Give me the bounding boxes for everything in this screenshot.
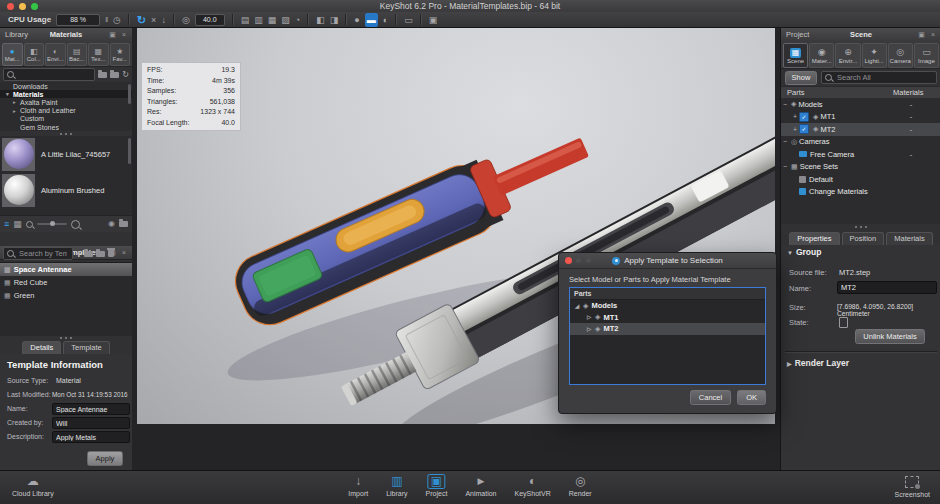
cancel-button[interactable]: Cancel [690,390,731,405]
templates-search-input[interactable] [17,248,69,259]
tab-camera[interactable]: ◎ Camera [888,43,913,68]
template-created-by-input[interactable] [52,417,130,429]
dialog-item-mt2[interactable]: ▷ ◈ MT2 [570,323,765,335]
shade-icon[interactable]: ▧ [281,13,290,27]
ground-plane-icon[interactable]: ▬ [365,13,378,27]
list-view-icon[interactable]: ≡ [4,219,9,229]
tab-colors[interactable]: ◧ Col... [24,43,45,66]
dock-animation[interactable]: ▶ Animation [465,474,496,497]
parts-column-header[interactable]: Parts [787,87,805,98]
tab-materials[interactable]: ● Mat... [2,43,23,66]
add-material-icon[interactable]: ◉ [108,219,115,229]
collapsed-arrow-icon[interactable]: ▷ [586,314,592,320]
material-ball-icon[interactable]: ● [354,13,359,27]
materials-column-header[interactable]: Materials [893,87,923,98]
group-heading[interactable]: ▼Group [787,247,821,257]
tab-environments[interactable]: ◐ Envi... [45,43,66,66]
zoom-in-icon[interactable] [71,220,80,229]
sync-library-icon[interactable]: ↻ [122,68,129,82]
unlink-materials-button[interactable]: Unlink Materials [855,329,925,344]
show-dropdown[interactable]: Show [785,71,817,85]
pause-icon[interactable]: ‖ [105,13,108,27]
collapse-icon[interactable]: − [781,163,789,170]
tab-position[interactable]: Position [842,232,885,245]
group-name-input[interactable] [837,281,937,294]
scene-item-default[interactable]: Default [781,173,940,186]
zoom-out-icon[interactable] [26,221,33,228]
focal-length-field[interactable]: 40.0 [195,14,225,26]
delete-template-icon[interactable] [108,250,114,257]
scene-search-field[interactable] [821,71,937,84]
import-folder-icon[interactable] [98,72,107,78]
scene-search-input[interactable] [835,72,933,83]
timer-icon[interactable]: ◷ [113,13,121,27]
collapse-icon[interactable]: − [781,138,789,145]
expanded-arrow-icon[interactable]: ◢ [574,303,580,309]
material-list-item[interactable]: A Little Lilac_745657 [0,136,132,172]
fullscreen-icon[interactable]: × [151,13,156,27]
scene-item-mt2[interactable]: + ✓ ◈ MT2 - [781,123,940,136]
open-folder-icon[interactable] [119,221,128,227]
tab-scene[interactable]: ▦ Scene [783,43,808,68]
expand-icon[interactable]: + [791,126,799,133]
image-toolbar-icon[interactable]: ▣ [429,13,438,27]
tree-item-gem-stones[interactable]: Gem Stones [0,123,132,131]
flip-horizontal-icon[interactable]: ◧ [316,13,325,27]
cpu-usage-dropdown[interactable]: 88 % [56,14,100,26]
template-item-red-cube[interactable]: ▦ Red Cube [0,276,132,289]
dock-project[interactable]: ▣ Project [426,474,448,497]
scene-item-cameras[interactable]: − ◎ Cameras [781,136,940,149]
quality-icon[interactable]: ◔ [295,13,300,27]
material-list-item-partial[interactable] [0,208,132,215]
add-template-icon[interactable]: + [76,250,81,258]
import-template-icon[interactable] [84,251,93,257]
tab-environment[interactable]: ⊕ Envir... [835,43,860,68]
tab-backplates[interactable]: ▤ Bac... [67,43,88,66]
panel-float-close-icons[interactable]: ▣ × [109,28,128,41]
library-search-input[interactable] [17,69,91,80]
save-folder-icon[interactable] [110,72,119,78]
apply-template-button[interactable]: Apply [87,451,123,466]
visibility-checkbox[interactable]: ✓ [799,124,809,134]
template-name-input[interactable] [52,403,130,415]
template-item-green[interactable]: ▦ Green [0,289,132,302]
tab-image[interactable]: ▭ Image [914,43,939,68]
tab-materials-props[interactable]: Materials [886,232,932,245]
dock-render[interactable]: ◎ Render [569,474,592,497]
dock-screenshot[interactable]: Screenshot [895,474,930,498]
tab-favorites[interactable]: ★ Fav... [110,43,131,66]
tab-textures[interactable]: ▦ Tex... [88,43,109,66]
minimize-window-button[interactable] [19,3,26,10]
region-icon[interactable]: ▤ [241,13,250,27]
panel-float-close-icons[interactable]: ▣ × [918,28,937,41]
dialog-item-models[interactable]: ◢ ◈ Models [570,300,765,312]
state-document-icon[interactable] [839,317,848,328]
dialog-item-mt1[interactable]: ▷ ◈ MT1 [570,312,765,324]
grid-icon[interactable]: ▦ [268,13,277,27]
layers-icon[interactable]: ▥ [254,13,263,27]
tab-details[interactable]: Details [22,341,61,354]
tree-item-cloth-leather[interactable]: ▸ Cloth and Leather [0,107,132,115]
template-description-input[interactable] [52,431,130,443]
thumbnail-size-slider[interactable] [37,223,67,225]
dialog-close-button[interactable] [565,257,572,264]
close-window-button[interactable] [7,3,14,10]
flip-vertical-icon[interactable]: ◨ [330,13,339,27]
dock-import[interactable]: ↓ Import [348,474,368,497]
export-template-icon[interactable] [96,251,105,257]
tab-material[interactable]: ◉ Mater... [809,43,834,68]
tab-lighting[interactable]: ✦ Lighti... [862,43,887,68]
template-item-space-antennae[interactable]: ▦ Space Antennae [0,263,132,276]
dock-keyshotvr[interactable]: ◐ KeyShotVR [515,474,551,497]
tab-properties[interactable]: Properties [789,232,839,245]
visibility-checkbox[interactable]: ✓ [799,112,809,122]
refresh-render-icon[interactable]: ↻ [137,13,146,27]
scene-item-scene-sets[interactable]: − ▦ Scene Sets [781,161,940,174]
collapse-icon[interactable]: − [781,101,789,108]
dock-library[interactable]: ▥ Library [386,474,407,497]
grid-view-icon[interactable]: ▦ [13,219,22,229]
material-list-scrollbar[interactable] [128,138,131,164]
perspective-icon[interactable]: ▭ [404,13,413,27]
tree-item-axalta-paint[interactable]: ▸ Axalta Paint [0,98,132,106]
dialog-titlebar[interactable]: Apply Template to Selection [559,253,776,269]
